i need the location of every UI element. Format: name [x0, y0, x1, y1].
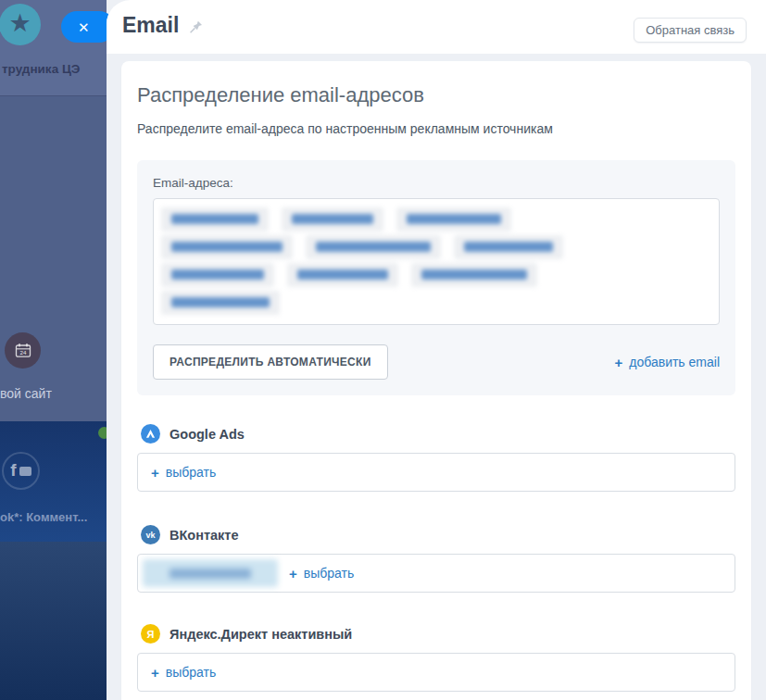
chat-bubble-icon — [19, 467, 31, 476]
selected-audience-chip-redacted[interactable] — [143, 559, 278, 587]
source-section-yandex-direct: Я Яндекс.Директ неактивный + выбрать — [137, 624, 735, 692]
redacted-text — [170, 569, 251, 579]
site-widget-label: вой сайт — [0, 386, 52, 401]
calendar-icon: 24 — [15, 343, 31, 358]
sidebar-caption: трудника ЦЭ — [2, 62, 80, 76]
source-section-google-ads: Google Ads + выбрать — [137, 424, 735, 492]
sidebar: ★ ✕ трудника ЦЭ 24 вой сайт f ok*: Комме… — [0, 0, 107, 700]
source-name: ВКонтакте — [170, 528, 239, 543]
email-chip-redacted[interactable] — [161, 291, 280, 315]
pin-icon[interactable] — [188, 19, 204, 35]
yandex-direct-select-box: + выбрать — [137, 653, 735, 692]
choose-label: выбрать — [304, 566, 355, 581]
choose-vkontakte-link[interactable]: + выбрать — [289, 566, 354, 581]
email-actions-row: РАСПРЕДЕЛИТЬ АВТОМАТИЧЕСКИ + добавить em… — [153, 344, 720, 380]
feedback-button[interactable]: Обратная связь — [634, 18, 747, 43]
plus-icon: + — [614, 356, 622, 369]
svg-text:24: 24 — [19, 349, 26, 356]
plus-icon: + — [289, 567, 297, 581]
page-title-row: Email — [122, 13, 204, 38]
email-settings-panel: Email Обратная связь Распределение email… — [107, 0, 766, 700]
distribute-automatically-button[interactable]: РАСПРЕДЕЛИТЬ АВТОМАТИЧЕСКИ — [153, 344, 388, 380]
distribution-card: Распределение email-адресов Распределите… — [121, 61, 751, 700]
yandex-direct-icon: Я — [141, 624, 160, 644]
star-icon: ★ — [8, 11, 31, 36]
google-ads-icon — [141, 424, 160, 444]
facebook-widget-label: ok*: Коммент... — [0, 510, 87, 524]
vk-icon: vk — [141, 525, 160, 544]
sidebar-bottom-section — [0, 542, 107, 700]
email-chip-redacted[interactable] — [396, 207, 511, 231]
email-chip-redacted[interactable] — [161, 207, 269, 231]
email-chip-redacted[interactable] — [411, 263, 537, 287]
email-chips — [161, 207, 711, 315]
google-ads-select-box: + выбрать — [137, 453, 735, 492]
email-chip-redacted[interactable] — [282, 207, 383, 231]
choose-label: выбрать — [166, 665, 217, 680]
facebook-comments-icon: f — [2, 452, 40, 490]
source-name: Google Ads — [170, 427, 245, 442]
source-header: Google Ads — [141, 424, 735, 444]
add-email-label: добавить email — [629, 355, 720, 369]
choose-label: выбрать — [166, 465, 217, 480]
email-chip-redacted[interactable] — [161, 235, 293, 259]
sidebar-top-section: ★ ✕ трудника ЦЭ — [0, 0, 107, 96]
site-widget-button[interactable]: 24 — [5, 332, 41, 369]
email-chip-redacted[interactable] — [161, 263, 274, 287]
facebook-icon: f — [10, 461, 16, 479]
favorite-avatar-button[interactable]: ★ — [0, 4, 41, 45]
page-title: Email — [122, 13, 179, 38]
card-subheading: Распределите email-адреса по настроенным… — [137, 121, 735, 136]
source-header: Я Яндекс.Директ неактивный — [141, 624, 735, 644]
source-name: Яндекс.Директ неактивный — [170, 627, 352, 642]
email-chip-redacted[interactable] — [306, 235, 441, 259]
vkontakte-select-box: + выбрать — [137, 554, 735, 593]
source-header: vk ВКонтакте — [141, 525, 735, 544]
email-addresses-label: Email-адреса: — [153, 176, 720, 190]
choose-google-ads-link[interactable]: + выбрать — [151, 465, 216, 480]
plus-icon: + — [151, 466, 159, 480]
email-chip-redacted[interactable] — [287, 263, 398, 287]
email-chips-box — [153, 198, 720, 325]
panel-header: Email Обратная связь — [107, 0, 766, 54]
facebook-widget-tile[interactable]: f ok*: Коммент... — [0, 421, 107, 542]
source-section-vkontakte: vk ВКонтакте + выбрать — [137, 525, 735, 593]
email-addresses-block: Email-адреса: РАСПРЕДЕЛИТЬ АВТОМАТИЧЕСКИ… — [137, 160, 735, 395]
email-chip-redacted[interactable] — [454, 235, 563, 259]
add-email-link[interactable]: + добавить email — [614, 355, 720, 369]
choose-yandex-direct-link[interactable]: + выбрать — [151, 665, 216, 680]
plus-icon: + — [151, 666, 159, 680]
close-icon: ✕ — [78, 20, 90, 34]
card-heading: Распределение email-адресов — [137, 83, 735, 107]
sidebar-middle-section: 24 вой сайт — [0, 96, 107, 421]
